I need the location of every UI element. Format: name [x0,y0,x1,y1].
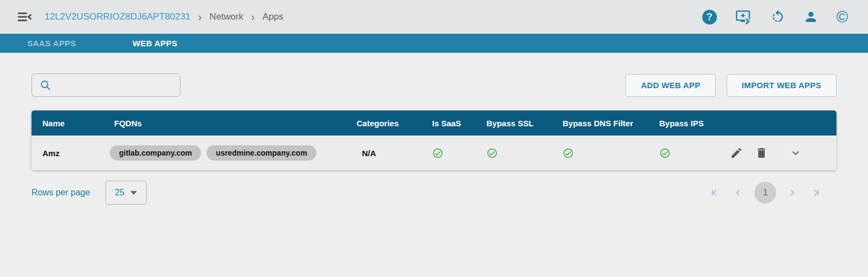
cell-categories: N/A [357,149,432,158]
col-header-bypass-dns-filter: Bypass DNS Filter [563,119,659,128]
table-row: Amz gitlab.company.com usredmine.company… [32,136,836,170]
cell-bypass-ips [659,147,728,159]
check-circle-icon [486,147,498,159]
delete-trash-icon[interactable] [755,146,768,159]
app-window: 12L2V2USORRIOZ8DJ6APT80231 › Network › A… [0,0,868,205]
header-actions: ? © [702,9,848,25]
chevron-right-separator: › [251,11,255,23]
previous-page-icon[interactable] [732,186,745,199]
check-circle-icon [432,147,444,159]
rows-per-page-label: Rows per page [32,188,90,198]
check-circle-icon [563,147,574,159]
header-left: 12L2V2USORRIOZ8DJ6APT80231 › Network › A… [16,9,283,25]
account-person-icon[interactable] [803,9,819,24]
add-web-app-button[interactable]: ADD WEB APP [626,74,715,97]
first-page-icon[interactable] [709,186,722,199]
main-content: ADD WEB APP IMPORT WEB APPS Name FQDNs C… [0,73,868,205]
cell-fqdns: gitlab.company.com usredmine.company.com [114,145,357,161]
top-header: 12L2V2USORRIOZ8DJ6APT80231 › Network › A… [0,0,868,34]
search-input[interactable] [57,81,173,90]
col-header-is-saas: Is SaaS [432,119,486,128]
col-header-categories: Categories [357,119,432,128]
pagination-row: Rows per page 25 1 [32,181,836,205]
last-page-icon[interactable] [809,186,822,199]
caret-down-icon [130,191,137,195]
copyright-icon[interactable]: © [836,9,848,25]
fqdn-chip[interactable]: gitlab.company.com [110,145,201,161]
search-icon [39,79,52,91]
edit-pencil-icon[interactable] [730,146,743,159]
col-header-name: Name [32,119,114,128]
current-page-badge[interactable]: 1 [754,182,776,204]
remote-screen-add-icon[interactable] [735,9,752,24]
rows-per-page-select[interactable]: 25 [105,181,147,205]
col-header-bypass-ssl: Bypass SSL [486,119,563,128]
import-web-apps-button[interactable]: IMPORT WEB APPS [727,74,836,97]
next-page-icon[interactable] [786,186,799,199]
table-header-row: Name FQDNs Categories Is SaaS Bypass SSL… [32,110,836,136]
expand-chevron-down-icon[interactable] [789,146,803,160]
breadcrumb: 12L2V2USORRIOZ8DJ6APT80231 › Network › A… [45,11,283,23]
breadcrumb-apps: Apps [263,11,284,22]
fqdn-chip[interactable]: usredmine.company.com [207,145,316,161]
web-apps-table: Name FQDNs Categories Is SaaS Bypass SSL… [32,110,836,170]
tab-saas-apps[interactable]: SAAS APPS [0,34,103,53]
restore-history-icon[interactable] [770,9,785,24]
chevron-right-separator: › [198,11,202,23]
cell-is-saas [432,147,486,159]
check-circle-icon [659,147,671,159]
cell-name: Amz [32,149,114,158]
tab-web-apps[interactable]: WEB APPS [103,34,207,53]
toolbar-row: ADD WEB APP IMPORT WEB APPS [32,73,836,97]
col-header-fqdns: FQDNs [114,119,357,128]
search-box[interactable] [32,73,180,97]
cell-bypass-ssl [486,147,563,159]
breadcrumb-tenant-link[interactable]: 12L2V2USORRIOZ8DJ6APT80231 [45,11,190,22]
cell-bypass-dns-filter [563,147,659,159]
rows-per-page: Rows per page 25 [32,181,147,205]
help-icon[interactable]: ? [702,10,717,24]
breadcrumb-network: Network [209,11,243,22]
menu-collapse-icon[interactable] [16,9,33,25]
tab-bar: SAAS APPS WEB APPS [0,34,868,53]
col-header-bypass-ips: Bypass IPS [659,119,728,128]
pager: 1 [709,182,822,204]
rows-per-page-value: 25 [115,188,124,198]
cell-actions [728,146,836,160]
toolbar-buttons: ADD WEB APP IMPORT WEB APPS [626,74,836,97]
